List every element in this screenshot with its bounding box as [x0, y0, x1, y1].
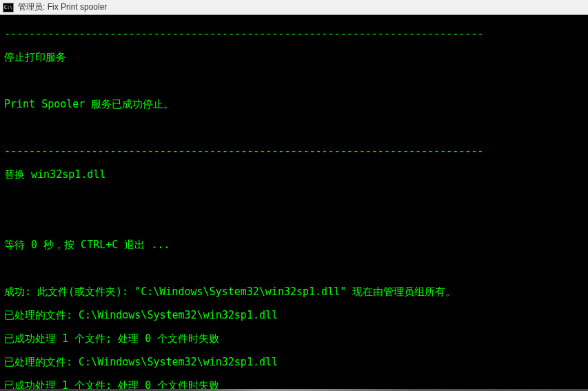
- output-line: 停止打印服务: [4, 52, 584, 63]
- output-line: [4, 192, 584, 204]
- output-line: [4, 122, 584, 134]
- terminal-output: ----------------------------------------…: [0, 15, 588, 389]
- output-line: 成功: 此文件(或文件夹): "C:\Windows\System32\win3…: [4, 286, 584, 298]
- output-line: 已成功处理 1 个文件; 处理 0 个文件时失败: [4, 380, 584, 389]
- output-line: 等待 0 秒，按 CTRL+C 退出 ...: [4, 239, 584, 251]
- output-line: [4, 263, 584, 274]
- window-titlebar[interactable]: C:\ 管理员: Fix Print spooler: [0, 0, 588, 15]
- output-line: [4, 75, 584, 87]
- output-line: [4, 216, 584, 228]
- divider: ----------------------------------------…: [4, 28, 584, 40]
- window-title: 管理员: Fix Print spooler: [18, 1, 107, 13]
- output-line: 已处理的文件: C:\Windows\System32\win32sp1.dll: [4, 310, 584, 321]
- divider: ----------------------------------------…: [4, 146, 584, 157]
- output-line: 替换 win32sp1.dll: [4, 169, 584, 181]
- cmd-icon: C:\: [3, 3, 14, 12]
- output-line: 已成功处理 1 个文件; 处理 0 个文件时失败: [4, 333, 584, 345]
- output-line: Print Spooler 服务已成功停止。: [4, 99, 584, 110]
- output-line: 已处理的文件: C:\Windows\System32\win32sp1.dll: [4, 357, 584, 368]
